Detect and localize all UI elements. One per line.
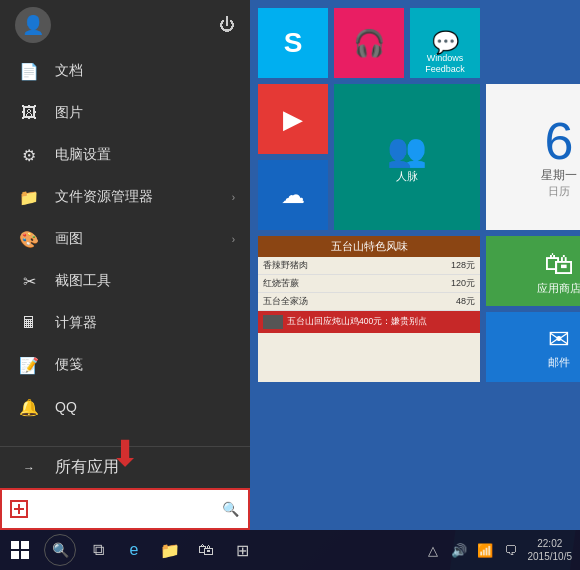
store-taskbar-icon: 🛍 <box>198 541 214 559</box>
tray-network-icon[interactable]: 📶 <box>476 541 494 559</box>
search-crosshair-icon <box>10 500 28 518</box>
tiles-row-1: S 🎧 💬 Windows Feedback <box>258 8 580 78</box>
news-highlight: 五台山回应炖山鸡400元：嫌贵别点 <box>258 311 480 333</box>
tiles-panel: S 🎧 💬 Windows Feedback ▶ <box>250 0 580 530</box>
news-title: 五台山特色风味 <box>258 236 480 257</box>
user-area: 👤 ⏻ <box>0 0 250 50</box>
documents-icon: 📄 <box>15 57 43 85</box>
snipping-icon: ✂ <box>15 267 43 295</box>
user-icon: 👤 <box>22 14 44 36</box>
news-highlight-image <box>263 315 283 329</box>
store-mail-col: 🛍 应用商店 ✉ 邮件 1 <box>486 236 580 382</box>
paint-label: 画图 <box>55 230 232 248</box>
tile-mail[interactable]: ✉ 邮件 1 <box>486 312 580 382</box>
left-panel: 👤 ⏻ 📄 文档 🖼 图片 ⚙ 电脑设置 <box>0 0 250 530</box>
taskbar-clock[interactable]: 22:02 2015/10/5 <box>528 537 573 563</box>
menu-item-file-explorer[interactable]: 📁 文件资源管理器 › <box>0 176 250 218</box>
news-item-1-name: 香辣野猪肉 <box>263 259 308 272</box>
tray-action-center-icon[interactable]: 🗨 <box>502 541 520 559</box>
taskbar-explorer-button[interactable]: 📁 <box>152 530 188 570</box>
news-highlight-text: 五台山回应炖山鸡400元：嫌贵别点 <box>287 316 427 328</box>
news-item-3: 五台全家汤 48元 <box>258 293 480 311</box>
paint-icon: 🎨 <box>15 225 43 253</box>
search-icon: 🔍 <box>52 542 69 558</box>
calendar-label: 日历 <box>548 184 570 199</box>
tile-music[interactable]: 🎧 <box>334 8 404 78</box>
taskbar-store-button[interactable]: 🛍 <box>188 530 224 570</box>
notes-label: 便笺 <box>55 356 235 374</box>
calculator-icon: 🖩 <box>15 309 43 337</box>
news-item-3-name: 五台全家汤 <box>263 295 308 308</box>
search-input[interactable] <box>2 502 212 517</box>
taskbar-task-view[interactable]: ⧉ <box>80 530 116 570</box>
file-explorer-icon: 📁 <box>15 183 43 211</box>
task-view-icon: ⧉ <box>93 541 104 559</box>
menu-item-paint[interactable]: 🎨 画图 › <box>0 218 250 260</box>
news-item-2-name: 红烧苦蕨 <box>263 277 299 290</box>
search-submit-icon[interactable]: 🔍 <box>212 490 248 528</box>
extra-icon: ⊞ <box>236 541 249 560</box>
news-item-1: 香辣野猪肉 128元 <box>258 257 480 275</box>
store-label: 应用商店 <box>537 281 580 296</box>
mail-icon: ✉ <box>548 324 570 355</box>
desktop: 👤 ⏻ 📄 文档 🖼 图片 ⚙ 电脑设置 <box>0 0 580 570</box>
arrow-icon-paint: › <box>232 234 235 245</box>
people-icon: 👥 <box>387 131 427 169</box>
power-button[interactable]: ⏻ <box>219 16 235 34</box>
tray-volume-icon[interactable]: 🔊 <box>450 541 468 559</box>
tile-news[interactable]: 五台山特色风味 香辣野猪肉 128元 红烧苦蕨 120元 五台全家汤 48元 <box>258 236 480 382</box>
taskbar-search-button[interactable]: 🔍 <box>44 534 76 566</box>
ie-icon: e <box>130 541 139 559</box>
qq-icon: 🔔 <box>15 393 43 421</box>
file-explorer-label: 文件资源管理器 <box>55 188 232 206</box>
tile-video[interactable]: ▶ <box>258 84 328 154</box>
news-item-1-price: 128元 <box>451 259 475 272</box>
tray-expand-icon[interactable]: △ <box>424 541 442 559</box>
tile-onedrive[interactable]: ☁ <box>258 160 328 230</box>
arrow-indicator: ⬇ <box>110 433 140 475</box>
calculator-label: 计算器 <box>55 314 235 332</box>
menu-item-pictures[interactable]: 🖼 图片 <box>0 92 250 134</box>
clock-date: 2015/10/5 <box>528 550 573 563</box>
tile-calendar[interactable]: 6 星期一 日历 <box>486 84 580 230</box>
menu-item-qq[interactable]: 🔔 QQ <box>0 386 250 428</box>
start-button[interactable] <box>0 530 40 570</box>
menu-item-calculator[interactable]: 🖩 计算器 <box>0 302 250 344</box>
menu-item-notes[interactable]: 📝 便笺 <box>0 344 250 386</box>
search-bar: 🔍 <box>0 488 250 530</box>
skype-icon: S <box>284 27 303 59</box>
tile-windows-feedback[interactable]: 💬 Windows Feedback <box>410 8 480 78</box>
calendar-weekday: 星期一 <box>541 167 577 184</box>
pc-settings-label: 电脑设置 <box>55 146 235 164</box>
windows-logo-icon <box>11 541 29 559</box>
tiles-row-2: ▶ ☁ 👥 人脉 6 星期一 日历 <box>258 84 580 230</box>
taskbar-extra-button[interactable]: ⊞ <box>224 530 260 570</box>
feedback-label: Windows Feedback <box>412 53 478 75</box>
tile-skype[interactable]: S <box>258 8 328 78</box>
taskbar-ie-button[interactable]: e <box>116 530 152 570</box>
start-menu: 👤 ⏻ 📄 文档 🖼 图片 ⚙ 电脑设置 <box>0 0 580 530</box>
menu-item-pc-settings[interactable]: ⚙ 电脑设置 <box>0 134 250 176</box>
calendar-day: 6 <box>545 115 574 167</box>
menu-item-snipping[interactable]: ✂ 截图工具 <box>0 260 250 302</box>
music-icon: 🎧 <box>353 28 385 59</box>
mail-label: 邮件 <box>548 355 570 370</box>
qq-label: QQ <box>55 399 235 415</box>
documents-label: 文档 <box>55 62 235 80</box>
news-item-2: 红烧苦蕨 120元 <box>258 275 480 293</box>
tile-store[interactable]: 🛍 应用商店 <box>486 236 580 306</box>
video-icon: ▶ <box>283 104 303 135</box>
avatar[interactable]: 👤 <box>15 7 51 43</box>
menu-items-list: 📄 文档 🖼 图片 ⚙ 电脑设置 📁 文件资源管理器 › 🎨 <box>0 50 250 446</box>
pictures-label: 图片 <box>55 104 235 122</box>
taskbar: 🔍 ⧉ e 📁 🛍 ⊞ △ 🔊 📶 🗨 22:02 2015/10/5 <box>0 530 580 570</box>
menu-item-documents[interactable]: 📄 文档 <box>0 50 250 92</box>
tile-people[interactable]: 👥 人脉 <box>334 84 480 230</box>
notes-icon: 📝 <box>15 351 43 379</box>
all-apps-icon: → <box>15 454 43 482</box>
arrow-icon: › <box>232 192 235 203</box>
small-tiles-col: ▶ ☁ <box>258 84 328 230</box>
feedback-icon: 💬 <box>432 30 459 56</box>
pictures-icon: 🖼 <box>15 99 43 127</box>
explorer-icon: 📁 <box>160 541 180 560</box>
